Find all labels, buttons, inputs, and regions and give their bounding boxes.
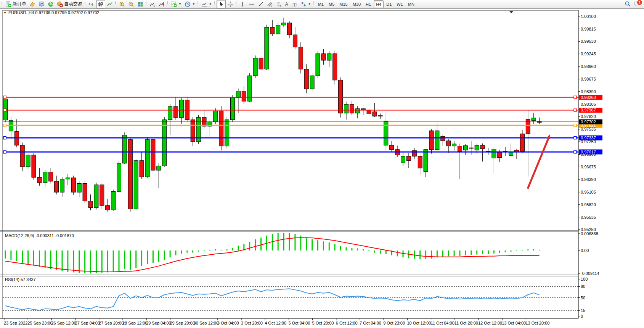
- macd-histogram-bar: [141, 250, 142, 266]
- zoom-in-button[interactable]: [117, 0, 127, 8]
- time-axis-label: 29 Sep 04:00: [146, 321, 171, 325]
- candle-bear: [480, 145, 485, 149]
- macd-indicator-label: MACD(12,26,9) -0.000311 -0.001870: [5, 233, 74, 238]
- candle-chart-type-icon: [98, 1, 104, 7]
- macd-histogram-bar: [385, 250, 387, 254]
- timeframe-M1[interactable]: M1: [316, 0, 326, 8]
- toolbar-grip: [115, 1, 116, 7]
- macd-histogram-bar: [45, 250, 46, 268]
- line-handle[interactable]: [3, 124, 6, 127]
- price-axis-label: 0.99815: [581, 27, 596, 31]
- zoom-out-icon: [128, 1, 134, 7]
- arrows-tool-button[interactable]: ▼: [299, 0, 313, 8]
- timeframe-M5[interactable]: M5: [326, 0, 337, 8]
- line-chart-type-button[interactable]: [105, 0, 114, 8]
- macd-histogram-bar: [425, 250, 426, 259]
- text-label-icon: T: [291, 1, 297, 7]
- line-handle[interactable]: [3, 150, 6, 153]
- macd-histogram-bar: [50, 250, 51, 269]
- line-handle[interactable]: [574, 124, 577, 127]
- trend-arrow-line[interactable]: [528, 139, 548, 189]
- price-axis-label: 0.96105: [581, 190, 596, 194]
- price-axis-label: 0.98675: [581, 77, 596, 81]
- time-axis-label: 7 Oct 04:00: [360, 321, 381, 325]
- macd-histogram-bar: [84, 250, 85, 273]
- text-label-tool-button[interactable]: T: [290, 0, 299, 8]
- notifications-button[interactable]: 1: [633, 0, 641, 8]
- macd-histogram-bar: [96, 250, 97, 273]
- candle-bull: [532, 118, 536, 121]
- tile-windows-icon: [137, 1, 143, 7]
- symbol-collapse-icon[interactable]: ▼: [3, 11, 6, 15]
- channel-tool-button[interactable]: E: [265, 0, 275, 8]
- candle-bear: [367, 110, 371, 114]
- line-handle[interactable]: [574, 109, 577, 111]
- chart-canvas[interactable]: 0.982600.979670.976210.973370.970170.977…: [0, 9, 644, 328]
- timeframe-D1[interactable]: D1: [384, 0, 394, 8]
- candle-bear: [441, 136, 445, 141]
- symbol-info[interactable]: ▼ EURUSD-,H4 0.97739 0.97799 0.97702 0.9…: [3, 10, 99, 15]
- signals-button[interactable]: [46, 0, 55, 8]
- quotes-button[interactable]: [28, 0, 37, 8]
- fibonacci-tool-button[interactable]: F: [275, 0, 284, 8]
- candle-bear: [321, 54, 326, 60]
- candle-chart-type-button[interactable]: [96, 0, 105, 8]
- chart-shift-button[interactable]: [157, 0, 166, 8]
- timeframe-W1[interactable]: W1: [394, 0, 405, 8]
- chart-window[interactable]: 0.982600.979670.976210.973370.970170.977…: [0, 8, 644, 328]
- new-order-icon: [5, 1, 11, 7]
- macd-histogram-bar: [107, 250, 108, 272]
- timeframe-MN[interactable]: MN: [406, 0, 417, 8]
- time-axis-label: 5 Oct 04:00: [288, 321, 310, 325]
- chart-shift-marker[interactable]: [509, 11, 513, 13]
- time-axis-label: 9 Oct 23:00: [383, 321, 405, 325]
- cursor-tool-button[interactable]: [217, 0, 226, 8]
- macd-histogram-bar: [340, 246, 341, 250]
- price-axis-label: 0.99530: [581, 39, 596, 44]
- text-tool-button[interactable]: A: [284, 0, 290, 8]
- timeframe-M15[interactable]: M15: [337, 0, 350, 8]
- time-axis-label: 13 Oct 20:00: [525, 321, 549, 325]
- vertical-line-tool-button[interactable]: [238, 0, 247, 8]
- indicators-button[interactable]: ▼: [169, 0, 183, 8]
- timeframe-M30[interactable]: M30: [350, 0, 363, 8]
- macd-histogram-bar: [459, 250, 461, 256]
- macd-histogram-bar: [323, 241, 324, 250]
- line-handle[interactable]: [574, 150, 577, 153]
- line-handle[interactable]: [3, 137, 6, 139]
- trendline-tool-button[interactable]: [256, 0, 265, 8]
- templates-button[interactable]: ▼: [200, 0, 214, 8]
- bar-chart-type-button[interactable]: [87, 0, 96, 8]
- trend-arrow-head[interactable]: [546, 134, 550, 139]
- candle-bear: [390, 145, 394, 150]
- new-order-button[interactable]: 新订单: [4, 0, 28, 8]
- horizontal-line-icon: [249, 1, 255, 7]
- zoom-out-button[interactable]: [127, 0, 136, 8]
- line-handle[interactable]: [3, 96, 6, 99]
- tile-windows-button[interactable]: [136, 0, 145, 8]
- line-handle[interactable]: [574, 96, 577, 99]
- macd-histogram-bar: [153, 250, 154, 263]
- horizontal-line-tool-button[interactable]: [247, 0, 256, 8]
- macd-histogram-bar: [471, 250, 472, 255]
- price-tag-text: 0.97702: [581, 120, 596, 124]
- timeframe-H1[interactable]: H1: [363, 0, 373, 8]
- toolbar-grip: [313, 1, 314, 7]
- time-axis-label: 23 Sep 2022: [4, 321, 27, 325]
- line-handle[interactable]: [574, 137, 577, 139]
- crosshair-tool-button[interactable]: [226, 0, 235, 8]
- line-handle[interactable]: [3, 109, 6, 111]
- macd-histogram-bar: [238, 246, 239, 250]
- macd-histogram-bar: [56, 250, 57, 270]
- periods-button[interactable]: ▼: [183, 0, 197, 8]
- auto-scroll-button[interactable]: [148, 0, 157, 8]
- candle-bear: [333, 54, 337, 80]
- macd-histogram-bar: [442, 250, 443, 257]
- candle-bull: [214, 111, 218, 122]
- auto-trading-button[interactable]: 自动交易: [55, 0, 84, 8]
- timeframe-H4[interactable]: H4: [374, 0, 384, 8]
- market-watch-button[interactable]: [37, 0, 46, 8]
- symbol-ohlc-text: EURUSD-,H4 0.97739 0.97799 0.97702 0.977…: [8, 10, 100, 15]
- macd-histogram-bar: [272, 234, 273, 250]
- search-icon[interactable]: [625, 1, 631, 7]
